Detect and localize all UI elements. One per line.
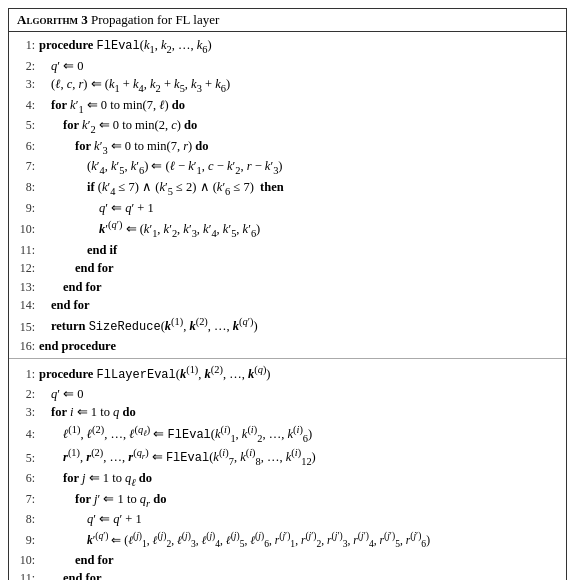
line-15: 15: return SizeReduce(k(1), k(2), …, k(q… — [9, 314, 566, 337]
line-3: 3: (ℓ, c, r) ⇐ (k1 + k4, k2 + k5, k3 + k… — [9, 75, 566, 96]
line-16: 16: end procedure — [9, 337, 566, 355]
line-s2-11: 11: end for — [9, 569, 566, 580]
line-9: 9: q′ ⇐ q′ + 1 — [9, 199, 566, 217]
line-s2-1: 1: procedure FlLayerEval(k(1), k(2), …, … — [9, 362, 566, 385]
algorithm-label: Algorithm 3 — [17, 12, 88, 27]
line-6: 6: for k′3 ⇐ 0 to min(7, r) do — [9, 137, 566, 158]
line-s2-5: 5: r(1), r(2), …, r(qr) ⇐ FlEval(k(i)7, … — [9, 445, 566, 469]
line-s2-3: 3: for i ⇐ 1 to q do — [9, 403, 566, 421]
line-s2-6: 6: for j ⇐ 1 to qℓ do — [9, 469, 566, 490]
line-s2-2: 2: q′ ⇐ 0 — [9, 385, 566, 403]
line-1: 1: procedure FlEval(k1, k2, …, k6) — [9, 36, 566, 57]
line-10: 10: k′(q′) ⇐ (k′1, k′2, k′3, k′4, k′5, k… — [9, 217, 566, 241]
section-divider — [9, 358, 566, 359]
line-s2-7: 7: for j′ ⇐ 1 to qr do — [9, 490, 566, 511]
line-12: 12: end for — [9, 259, 566, 277]
line-2: 2: q′ ⇐ 0 — [9, 57, 566, 75]
line-s2-4: 4: ℓ(1), ℓ(2), …, ℓ(qℓ) ⇐ FlEval(k(i)1, … — [9, 422, 566, 446]
line-7: 7: (k′4, k′5, k′6) ⇐ (ℓ − k′1, c − k′2, … — [9, 157, 566, 178]
line-5: 5: for k′2 ⇐ 0 to min(2, c) do — [9, 116, 566, 137]
line-4: 4: for k′1 ⇐ 0 to min(7, ℓ) do — [9, 96, 566, 117]
algorithm-body: 1: procedure FlEval(k1, k2, …, k6) 2: q′… — [9, 32, 566, 580]
line-s2-10: 10: end for — [9, 551, 566, 569]
algorithm-box: Algorithm 3 Propagation for FL layer 1: … — [8, 8, 567, 580]
line-s2-8: 8: q′ ⇐ q′ + 1 — [9, 510, 566, 528]
algorithm-header: Algorithm 3 Propagation for FL layer — [9, 9, 566, 32]
line-s2-9: 9: k′(q′) ⇐ (ℓ(j)1, ℓ(j)2, ℓ(j)3, ℓ(j)4,… — [9, 529, 566, 551]
line-11: 11: end if — [9, 241, 566, 259]
line-8: 8: if (k′4 ≤ 7) ∧ (k′5 ≤ 2) ∧ (k′6 ≤ 7) … — [9, 178, 566, 199]
line-13: 13: end for — [9, 278, 566, 296]
line-14: 14: end for — [9, 296, 566, 314]
algorithm-title: Propagation for FL layer — [91, 12, 219, 27]
